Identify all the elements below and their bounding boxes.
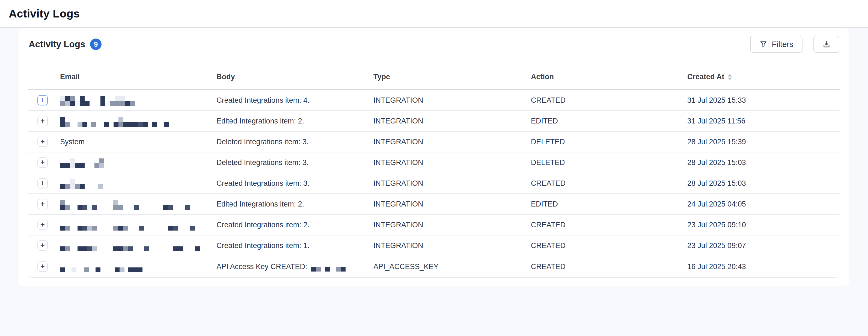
- type-cell: INTEGRATION: [373, 117, 531, 125]
- expand-row-button[interactable]: +: [37, 261, 48, 272]
- table-header-row: Email Body Type Action Created At: [28, 64, 840, 90]
- created-at-cell: 28 Jul 2025 15:03: [687, 159, 840, 167]
- body-cell: Created Integrations item: 1.: [216, 242, 373, 250]
- table-row: + Created Integrations item: 4. INTEGRAT…: [28, 90, 840, 111]
- redacted-text-mosaic: [60, 159, 104, 168]
- activity-logs-panel: Activity Logs 9 Filters: [19, 28, 849, 286]
- email-cell: [60, 198, 216, 210]
- sort-icon[interactable]: [728, 74, 732, 80]
- panel-header: Activity Logs 9 Filters: [29, 35, 839, 54]
- created-at-cell: 31 Jul 2025 15:33: [687, 96, 840, 105]
- created-at-cell: 23 Jul 2025 09:07: [687, 242, 840, 250]
- body-cell: Deleted Integrations item: 3.: [216, 138, 373, 146]
- expand-row-button[interactable]: +: [37, 137, 48, 147]
- expand-row-button[interactable]: +: [37, 199, 48, 209]
- body-cell: Created Integrations item: 3.: [216, 179, 373, 188]
- redacted-text-mosaic: [60, 221, 195, 230]
- table-row: + API Access Key CREATED: API_ACCESS_KEY…: [28, 256, 840, 277]
- action-cell: EDITED: [531, 117, 687, 125]
- type-cell: INTEGRATION: [373, 138, 531, 146]
- table-body: + Created Integrations item: 4. INTEGRAT…: [28, 90, 840, 277]
- body-cell: Edited Integrations item: 2.: [216, 200, 373, 208]
- table-row: + System Deleted Integrations item: 3. I…: [28, 132, 840, 152]
- activity-logs-table: Email Body Type Action Created At + Crea…: [28, 64, 840, 278]
- email-cell: [60, 177, 216, 189]
- expand-row-button[interactable]: +: [37, 178, 48, 189]
- type-cell: INTEGRATION: [373, 159, 531, 167]
- download-button[interactable]: [813, 36, 839, 53]
- action-cell: CREATED: [531, 221, 687, 229]
- column-header-action: Action: [531, 73, 687, 81]
- panel-title: Activity Logs: [29, 39, 85, 50]
- redacted-text-mosaic: [60, 200, 190, 210]
- table-row: + Edited Integrations item: 2. INTEGRATI…: [28, 111, 840, 132]
- created-at-cell: 23 Jul 2025 09:10: [687, 221, 840, 229]
- column-header-body: Body: [216, 73, 373, 81]
- email-cell: [60, 261, 216, 272]
- table-row: + Edited Integrations item: 2. INTEGRATI…: [28, 194, 840, 215]
- column-header-email: Email: [60, 73, 216, 81]
- action-cell: CREATED: [531, 179, 687, 188]
- email-cell: [60, 115, 216, 127]
- column-header-type: Type: [373, 73, 531, 81]
- column-header-created-at[interactable]: Created At: [687, 73, 840, 81]
- type-cell: INTEGRATION: [373, 96, 531, 105]
- redacted-text-mosaic: [311, 262, 346, 272]
- action-cell: CREATED: [531, 262, 687, 271]
- created-at-cell: 28 Jul 2025 15:39: [687, 138, 840, 146]
- body-cell: Created Integrations item: 4.: [216, 96, 373, 105]
- filters-button[interactable]: Filters: [750, 36, 803, 53]
- created-at-cell: 16 Jul 2025 20:43: [687, 262, 840, 271]
- type-cell: INTEGRATION: [373, 200, 531, 208]
- download-icon: [822, 39, 831, 49]
- action-cell: DELETED: [531, 159, 687, 167]
- email-cell: [60, 240, 216, 251]
- action-cell: DELETED: [531, 138, 687, 146]
- email-cell: [60, 94, 216, 106]
- email-cell: [60, 157, 216, 168]
- expand-row-button[interactable]: +: [37, 241, 48, 251]
- redacted-text-mosaic: [60, 96, 135, 106]
- action-cell: CREATED: [531, 242, 687, 250]
- body-cell: Edited Integrations item: 2.: [216, 117, 373, 125]
- expand-row-button[interactable]: +: [37, 157, 48, 168]
- created-at-cell: 28 Jul 2025 15:03: [687, 179, 840, 188]
- type-cell: INTEGRATION: [373, 242, 531, 250]
- table-row: + Deleted Integrations item: 3. INTEGRAT…: [28, 152, 840, 173]
- page-header: Activity Logs: [0, 0, 868, 28]
- body-cell: Created Integrations item: 2.: [216, 221, 373, 229]
- page-title: Activity Logs: [9, 7, 80, 20]
- table-row: + Created Integrations item: 3. INTEGRAT…: [28, 173, 840, 194]
- redacted-text-mosaic: [60, 242, 200, 251]
- filters-button-label: Filters: [772, 40, 794, 49]
- created-at-cell: 24 Jul 2025 04:05: [687, 200, 840, 208]
- redacted-text-mosaic: [60, 262, 143, 272]
- email-cell: [60, 219, 216, 230]
- type-cell: API_ACCESS_KEY: [373, 262, 531, 271]
- redacted-text-mosaic: [60, 117, 169, 127]
- expand-row-button[interactable]: +: [37, 220, 48, 230]
- action-cell: CREATED: [531, 96, 687, 105]
- expand-row-button[interactable]: +: [37, 95, 48, 106]
- filter-funnel-icon: [760, 40, 768, 48]
- table-row: + Created Integrations item: 2. INTEGRAT…: [28, 215, 840, 235]
- type-cell: INTEGRATION: [373, 221, 531, 229]
- body-cell: Deleted Integrations item: 3.: [216, 159, 373, 167]
- redacted-text-mosaic: [60, 179, 103, 189]
- action-cell: EDITED: [531, 200, 687, 208]
- type-cell: INTEGRATION: [373, 179, 531, 188]
- email-cell: System: [60, 138, 216, 146]
- expand-row-button[interactable]: +: [37, 116, 48, 126]
- count-badge: 9: [90, 38, 101, 50]
- body-cell: API Access Key CREATED:: [216, 262, 373, 272]
- created-at-cell: 31 Jul 2025 11:56: [687, 117, 840, 125]
- table-row: + Created Integrations item: 1. INTEGRAT…: [28, 235, 840, 256]
